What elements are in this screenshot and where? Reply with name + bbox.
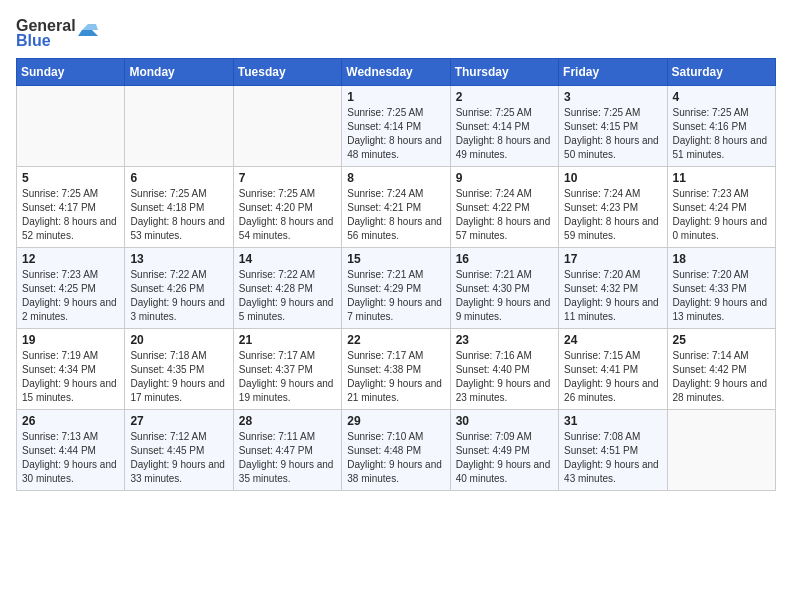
day-info: Sunrise: 7:14 AMSunset: 4:42 PMDaylight:… bbox=[673, 350, 768, 403]
day-info: Sunrise: 7:25 AMSunset: 4:17 PMDaylight:… bbox=[22, 188, 117, 241]
day-number: 18 bbox=[673, 252, 770, 266]
calendar-cell: 26 Sunrise: 7:13 AMSunset: 4:44 PMDaylig… bbox=[17, 410, 125, 491]
day-number: 25 bbox=[673, 333, 770, 347]
calendar-cell: 27 Sunrise: 7:12 AMSunset: 4:45 PMDaylig… bbox=[125, 410, 233, 491]
day-info: Sunrise: 7:15 AMSunset: 4:41 PMDaylight:… bbox=[564, 350, 659, 403]
day-number: 21 bbox=[239, 333, 336, 347]
day-info: Sunrise: 7:21 AMSunset: 4:29 PMDaylight:… bbox=[347, 269, 442, 322]
svg-marker-0 bbox=[78, 30, 98, 36]
svg-marker-1 bbox=[82, 24, 98, 30]
calendar-cell: 29 Sunrise: 7:10 AMSunset: 4:48 PMDaylig… bbox=[342, 410, 450, 491]
day-number: 9 bbox=[456, 171, 553, 185]
day-info: Sunrise: 7:09 AMSunset: 4:49 PMDaylight:… bbox=[456, 431, 551, 484]
calendar-cell: 12 Sunrise: 7:23 AMSunset: 4:25 PMDaylig… bbox=[17, 248, 125, 329]
day-number: 23 bbox=[456, 333, 553, 347]
weekday-header-wednesday: Wednesday bbox=[342, 59, 450, 86]
day-number: 15 bbox=[347, 252, 444, 266]
calendar-cell: 19 Sunrise: 7:19 AMSunset: 4:34 PMDaylig… bbox=[17, 329, 125, 410]
day-info: Sunrise: 7:16 AMSunset: 4:40 PMDaylight:… bbox=[456, 350, 551, 403]
logo-wave-icon bbox=[78, 16, 98, 36]
calendar-cell bbox=[667, 410, 775, 491]
calendar-cell: 20 Sunrise: 7:18 AMSunset: 4:35 PMDaylig… bbox=[125, 329, 233, 410]
day-number: 4 bbox=[673, 90, 770, 104]
day-number: 24 bbox=[564, 333, 661, 347]
weekday-header-monday: Monday bbox=[125, 59, 233, 86]
day-info: Sunrise: 7:08 AMSunset: 4:51 PMDaylight:… bbox=[564, 431, 659, 484]
day-number: 11 bbox=[673, 171, 770, 185]
day-info: Sunrise: 7:22 AMSunset: 4:28 PMDaylight:… bbox=[239, 269, 334, 322]
calendar-cell: 13 Sunrise: 7:22 AMSunset: 4:26 PMDaylig… bbox=[125, 248, 233, 329]
day-number: 13 bbox=[130, 252, 227, 266]
weekday-header-sunday: Sunday bbox=[17, 59, 125, 86]
day-info: Sunrise: 7:25 AMSunset: 4:18 PMDaylight:… bbox=[130, 188, 225, 241]
day-info: Sunrise: 7:19 AMSunset: 4:34 PMDaylight:… bbox=[22, 350, 117, 403]
page-header: General Blue bbox=[16, 16, 776, 50]
calendar-cell: 23 Sunrise: 7:16 AMSunset: 4:40 PMDaylig… bbox=[450, 329, 558, 410]
day-info: Sunrise: 7:17 AMSunset: 4:38 PMDaylight:… bbox=[347, 350, 442, 403]
day-number: 27 bbox=[130, 414, 227, 428]
day-info: Sunrise: 7:25 AMSunset: 4:20 PMDaylight:… bbox=[239, 188, 334, 241]
day-number: 14 bbox=[239, 252, 336, 266]
day-info: Sunrise: 7:10 AMSunset: 4:48 PMDaylight:… bbox=[347, 431, 442, 484]
day-number: 16 bbox=[456, 252, 553, 266]
day-number: 26 bbox=[22, 414, 119, 428]
calendar-cell: 8 Sunrise: 7:24 AMSunset: 4:21 PMDayligh… bbox=[342, 167, 450, 248]
calendar-cell: 2 Sunrise: 7:25 AMSunset: 4:14 PMDayligh… bbox=[450, 86, 558, 167]
day-number: 3 bbox=[564, 90, 661, 104]
day-info: Sunrise: 7:24 AMSunset: 4:23 PMDaylight:… bbox=[564, 188, 659, 241]
day-number: 20 bbox=[130, 333, 227, 347]
day-number: 17 bbox=[564, 252, 661, 266]
calendar-table: SundayMondayTuesdayWednesdayThursdayFrid… bbox=[16, 58, 776, 491]
day-info: Sunrise: 7:21 AMSunset: 4:30 PMDaylight:… bbox=[456, 269, 551, 322]
day-number: 31 bbox=[564, 414, 661, 428]
day-info: Sunrise: 7:20 AMSunset: 4:33 PMDaylight:… bbox=[673, 269, 768, 322]
calendar-cell: 5 Sunrise: 7:25 AMSunset: 4:17 PMDayligh… bbox=[17, 167, 125, 248]
calendar-cell: 7 Sunrise: 7:25 AMSunset: 4:20 PMDayligh… bbox=[233, 167, 341, 248]
day-number: 30 bbox=[456, 414, 553, 428]
calendar-week-row: 5 Sunrise: 7:25 AMSunset: 4:17 PMDayligh… bbox=[17, 167, 776, 248]
calendar-cell bbox=[17, 86, 125, 167]
weekday-header-row: SundayMondayTuesdayWednesdayThursdayFrid… bbox=[17, 59, 776, 86]
day-number: 2 bbox=[456, 90, 553, 104]
calendar-cell: 1 Sunrise: 7:25 AMSunset: 4:14 PMDayligh… bbox=[342, 86, 450, 167]
calendar-cell: 30 Sunrise: 7:09 AMSunset: 4:49 PMDaylig… bbox=[450, 410, 558, 491]
calendar-cell bbox=[233, 86, 341, 167]
calendar-cell: 31 Sunrise: 7:08 AMSunset: 4:51 PMDaylig… bbox=[559, 410, 667, 491]
calendar-cell: 25 Sunrise: 7:14 AMSunset: 4:42 PMDaylig… bbox=[667, 329, 775, 410]
day-number: 10 bbox=[564, 171, 661, 185]
day-number: 22 bbox=[347, 333, 444, 347]
day-number: 7 bbox=[239, 171, 336, 185]
day-info: Sunrise: 7:25 AMSunset: 4:16 PMDaylight:… bbox=[673, 107, 768, 160]
calendar-cell: 3 Sunrise: 7:25 AMSunset: 4:15 PMDayligh… bbox=[559, 86, 667, 167]
day-number: 19 bbox=[22, 333, 119, 347]
day-info: Sunrise: 7:23 AMSunset: 4:25 PMDaylight:… bbox=[22, 269, 117, 322]
calendar-week-row: 12 Sunrise: 7:23 AMSunset: 4:25 PMDaylig… bbox=[17, 248, 776, 329]
calendar-cell: 24 Sunrise: 7:15 AMSunset: 4:41 PMDaylig… bbox=[559, 329, 667, 410]
day-info: Sunrise: 7:24 AMSunset: 4:21 PMDaylight:… bbox=[347, 188, 442, 241]
day-info: Sunrise: 7:20 AMSunset: 4:32 PMDaylight:… bbox=[564, 269, 659, 322]
weekday-header-thursday: Thursday bbox=[450, 59, 558, 86]
calendar-cell: 21 Sunrise: 7:17 AMSunset: 4:37 PMDaylig… bbox=[233, 329, 341, 410]
day-info: Sunrise: 7:23 AMSunset: 4:24 PMDaylight:… bbox=[673, 188, 768, 241]
calendar-cell: 9 Sunrise: 7:24 AMSunset: 4:22 PMDayligh… bbox=[450, 167, 558, 248]
calendar-cell: 10 Sunrise: 7:24 AMSunset: 4:23 PMDaylig… bbox=[559, 167, 667, 248]
calendar-week-row: 26 Sunrise: 7:13 AMSunset: 4:44 PMDaylig… bbox=[17, 410, 776, 491]
day-info: Sunrise: 7:25 AMSunset: 4:14 PMDaylight:… bbox=[347, 107, 442, 160]
day-number: 5 bbox=[22, 171, 119, 185]
day-number: 12 bbox=[22, 252, 119, 266]
calendar-cell: 16 Sunrise: 7:21 AMSunset: 4:30 PMDaylig… bbox=[450, 248, 558, 329]
weekday-header-saturday: Saturday bbox=[667, 59, 775, 86]
calendar-cell: 28 Sunrise: 7:11 AMSunset: 4:47 PMDaylig… bbox=[233, 410, 341, 491]
day-number: 29 bbox=[347, 414, 444, 428]
weekday-header-friday: Friday bbox=[559, 59, 667, 86]
day-info: Sunrise: 7:22 AMSunset: 4:26 PMDaylight:… bbox=[130, 269, 225, 322]
day-number: 1 bbox=[347, 90, 444, 104]
calendar-cell: 15 Sunrise: 7:21 AMSunset: 4:29 PMDaylig… bbox=[342, 248, 450, 329]
day-info: Sunrise: 7:25 AMSunset: 4:15 PMDaylight:… bbox=[564, 107, 659, 160]
day-info: Sunrise: 7:17 AMSunset: 4:37 PMDaylight:… bbox=[239, 350, 334, 403]
day-info: Sunrise: 7:25 AMSunset: 4:14 PMDaylight:… bbox=[456, 107, 551, 160]
calendar-cell: 11 Sunrise: 7:23 AMSunset: 4:24 PMDaylig… bbox=[667, 167, 775, 248]
weekday-header-tuesday: Tuesday bbox=[233, 59, 341, 86]
calendar-week-row: 1 Sunrise: 7:25 AMSunset: 4:14 PMDayligh… bbox=[17, 86, 776, 167]
day-info: Sunrise: 7:18 AMSunset: 4:35 PMDaylight:… bbox=[130, 350, 225, 403]
